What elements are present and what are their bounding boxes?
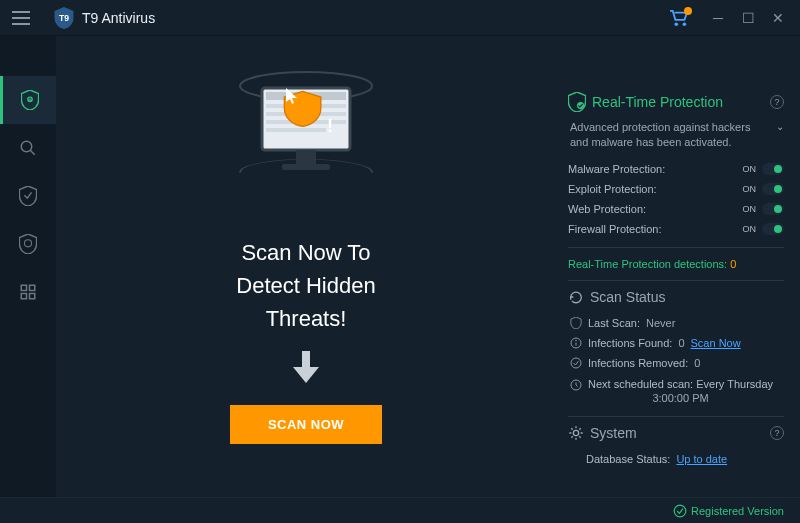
sidebar-item-shield-check[interactable] [0, 172, 56, 220]
maximize-button[interactable]: ☐ [734, 4, 762, 32]
sidebar-item-apps[interactable] [0, 268, 56, 316]
detections-count: 0 [730, 258, 736, 270]
svg-rect-8 [21, 285, 26, 290]
svg-rect-10 [21, 294, 26, 299]
svg-point-5 [21, 141, 32, 152]
app-logo-icon: T9 [54, 7, 74, 29]
exploit-protection-row: Exploit Protection: ON [568, 179, 784, 199]
malware-protection-row: Malware Protection: ON [568, 159, 784, 179]
cart-icon[interactable] [668, 9, 690, 27]
scan-now-button[interactable]: SCAN NOW [230, 405, 382, 444]
scan-heading-line1: Scan Now To [236, 236, 375, 269]
advanced-protection-message: Advanced protection against hackers and … [568, 120, 784, 151]
footer: Registered Version [0, 497, 800, 523]
monitor-illustration: ! [226, 68, 386, 208]
system-title: System [590, 425, 637, 441]
arrow-down-icon [293, 351, 319, 387]
divider [568, 280, 784, 281]
web-protection-toggle[interactable] [762, 203, 784, 215]
scan-heading: Scan Now To Detect Hidden Threats! [236, 236, 375, 335]
malware-protection-label: Malware Protection: [568, 163, 665, 175]
firewall-protection-toggle[interactable] [762, 223, 784, 235]
divider [568, 247, 784, 248]
system-heading: System ? [568, 425, 784, 441]
title-bar: T9 T9 Antivirus ─ ☐ ✕ [0, 0, 800, 36]
infections-removed-row: Infections Removed: 0 [568, 353, 784, 373]
sidebar-item-scan[interactable] [0, 124, 56, 172]
exploit-protection-label: Exploit Protection: [568, 183, 657, 195]
help-icon[interactable]: ? [770, 426, 784, 440]
firewall-protection-row: Firewall Protection: ON [568, 219, 784, 239]
right-panel: Real-Time Protection ? Advanced protecti… [556, 36, 800, 497]
shield-check-icon [568, 92, 586, 112]
database-status-link[interactable]: Up to date [676, 453, 727, 465]
close-button[interactable]: ✕ [764, 4, 792, 32]
infections-found-value: 0 [678, 337, 684, 349]
chevron-down-icon[interactable]: ⌄ [768, 120, 784, 134]
clock-icon [570, 379, 582, 391]
svg-rect-18 [266, 128, 326, 132]
firewall-protection-label: Firewall Protection: [568, 223, 662, 235]
svg-point-29 [674, 505, 686, 517]
svg-rect-9 [30, 285, 35, 290]
realtime-protection-heading: Real-Time Protection ? [568, 92, 784, 112]
sidebar [0, 36, 56, 497]
check-circle-icon [570, 357, 582, 369]
help-icon[interactable]: ? [770, 95, 784, 109]
svg-rect-19 [296, 150, 316, 164]
infections-removed-value: 0 [694, 357, 700, 369]
svg-rect-4 [29, 99, 30, 101]
sidebar-item-shield-alert[interactable] [0, 220, 56, 268]
svg-point-26 [571, 358, 581, 368]
main-content: ! Scan Now To Detect Hidden Threats! SCA… [56, 36, 556, 497]
app-title: T9 Antivirus [82, 10, 155, 26]
scan-status-heading: Scan Status [568, 289, 784, 305]
svg-line-6 [30, 150, 35, 155]
scan-heading-line3: Threats! [236, 302, 375, 335]
svg-text:T9: T9 [59, 13, 69, 23]
last-scan-value: Never [646, 317, 675, 329]
refresh-icon [568, 289, 584, 305]
last-scan-row: Last Scan: Never [568, 313, 784, 333]
next-scan-value: Every Thursday [696, 378, 773, 390]
cursor-icon [286, 88, 298, 107]
menu-button[interactable] [8, 5, 34, 31]
database-status-row: Database Status: Up to date [568, 449, 784, 469]
infections-found-row: Infections Found: 0 Scan Now [568, 333, 784, 353]
info-icon [570, 337, 582, 349]
sidebar-item-protection[interactable] [0, 76, 56, 124]
next-scan-time: 3:00:00 PM [588, 392, 773, 404]
malware-protection-toggle[interactable] [762, 163, 784, 175]
realtime-detections: Real-Time Protection detections: 0 [568, 256, 784, 272]
svg-point-1 [675, 22, 679, 26]
scan-status-title: Scan Status [590, 289, 666, 305]
scan-now-link[interactable]: Scan Now [691, 337, 741, 349]
minimize-button[interactable]: ─ [704, 4, 732, 32]
realtime-title: Real-Time Protection [592, 94, 723, 110]
next-scan-row: Next scheduled scan: Every Thursday 3:00… [568, 373, 784, 408]
footer-text: Registered Version [691, 505, 784, 517]
shield-outline-icon [570, 317, 582, 329]
scan-heading-line2: Detect Hidden [236, 269, 375, 302]
svg-point-7 [24, 240, 31, 247]
svg-rect-11 [30, 294, 35, 299]
svg-rect-20 [282, 164, 330, 170]
web-protection-row: Web Protection: ON [568, 199, 784, 219]
exploit-protection-toggle[interactable] [762, 183, 784, 195]
divider [568, 416, 784, 417]
gear-icon [568, 425, 584, 441]
svg-point-2 [683, 22, 687, 26]
svg-point-28 [573, 431, 578, 436]
check-circle-icon [673, 504, 687, 518]
svg-text:!: ! [327, 116, 333, 136]
web-protection-label: Web Protection: [568, 203, 646, 215]
